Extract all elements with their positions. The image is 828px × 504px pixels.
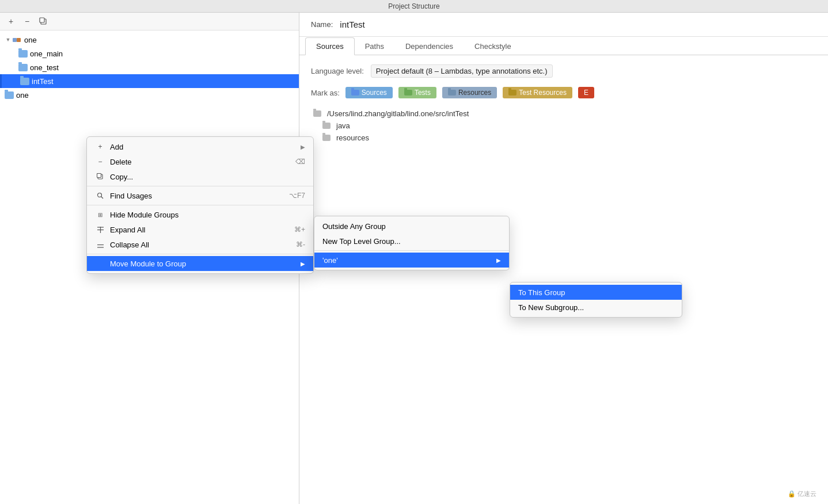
source-java-folder[interactable]: java: [311, 120, 816, 132]
sources-tree: /Users/lind.zhang/gitlab/lind.one/src/in…: [311, 108, 816, 144]
tree-label-one-test: one_test: [30, 63, 59, 72]
name-value: intTest: [340, 20, 364, 29]
add-icon: +: [95, 143, 105, 151]
menu-label-hide-module-groups: Hide Module Groups: [110, 211, 305, 219]
expand-all-shortcut: ⌘+: [294, 226, 305, 234]
submenu1-label-one: 'one': [322, 256, 496, 265]
svg-rect-3: [97, 173, 101, 177]
menu-item-find-usages[interactable]: Find Usages ⌥F7: [87, 188, 313, 203]
tab-checkstyle[interactable]: Checkstyle: [464, 37, 522, 55]
find-usages-icon: [95, 192, 105, 200]
title-bar-text: Project Structure: [388, 2, 439, 10]
submenu1-one-arrow-icon: ▶: [496, 257, 501, 264]
add-button[interactable]: +: [5, 15, 17, 28]
source-resources-folder[interactable]: resources: [311, 132, 816, 144]
mark-btn-excluded[interactable]: E: [578, 87, 594, 98]
watermark: 🔒 亿速云: [788, 490, 816, 498]
right-header: Name: intTest: [299, 13, 828, 37]
collapse-all-shortcut: ⌘-: [296, 240, 305, 249]
menu-label-copy: Copy...: [110, 173, 305, 181]
mark-resources-label: Resources: [458, 89, 491, 97]
tree-label-one-main: one_main: [30, 49, 63, 58]
add-arrow-icon: ▶: [301, 144, 305, 150]
submenu1-divider: [314, 250, 509, 251]
copy-button[interactable]: [37, 15, 50, 28]
tab-sources[interactable]: Sources: [305, 37, 355, 55]
submenu-move-module-to-group: Outside Any Group New Top Level Group...…: [314, 216, 510, 270]
mark-as-label: Mark as:: [311, 89, 340, 97]
delete-icon: −: [95, 158, 105, 166]
mark-excluded-label: E: [584, 89, 588, 97]
tab-dependencies[interactable]: Dependencies: [394, 37, 464, 55]
tree-item-one-group[interactable]: ▼ one: [0, 33, 299, 47]
menu-item-copy[interactable]: Copy...: [87, 169, 313, 184]
menu-label-find-usages: Find Usages: [110, 192, 272, 200]
tabs-bar: Sources Paths Dependencies Checkstyle: [299, 37, 828, 55]
mark-sources-label: Sources: [362, 89, 387, 97]
tree-label-one-group: one: [24, 36, 37, 44]
collapse-all-icon: [95, 241, 105, 249]
tree-item-one2[interactable]: one: [0, 88, 299, 102]
sources-content: Language level: Project default (8 – Lam…: [299, 55, 828, 153]
context-menu: + Add ▶ − Delete ⌫: [86, 136, 314, 274]
menu-divider-2: [87, 205, 313, 205]
mark-tests-label: Tests: [415, 89, 431, 97]
menu-divider-3: [87, 254, 313, 254]
language-level-row: Language level: Project default (8 – Lam…: [311, 64, 816, 78]
language-level-value: Project default (8 – Lambdas, type annot…: [371, 64, 553, 78]
source-root-path[interactable]: /Users/lind.zhang/gitlab/lind.one/src/in…: [311, 108, 816, 120]
svg-line-5: [101, 196, 103, 198]
delete-shortcut: ⌫: [295, 158, 305, 166]
menu-label-add: Add: [110, 143, 301, 151]
expand-all-icon: [95, 226, 105, 234]
mark-btn-tests[interactable]: Tests: [398, 87, 436, 98]
find-usages-shortcut: ⌥F7: [289, 192, 305, 200]
title-bar: Project Structure: [0, 0, 828, 13]
tree-item-one-main[interactable]: one_main: [0, 47, 299, 60]
mark-btn-resources[interactable]: Resources: [442, 87, 497, 98]
menu-item-expand-all[interactable]: Expand All ⌘+: [87, 222, 313, 237]
left-panel: + − ▼ one: [0, 13, 299, 504]
tab-paths[interactable]: Paths: [354, 37, 395, 55]
submenu1-item-new-top-level-group[interactable]: New Top Level Group...: [314, 234, 509, 249]
source-resources-label: resources: [336, 133, 369, 142]
submenu-one-group: To This Group To New Subgroup...: [510, 282, 682, 318]
language-level-label: Language level:: [311, 67, 364, 75]
submenu2-item-to-new-subgroup[interactable]: To New Subgroup...: [510, 300, 682, 315]
svg-point-4: [97, 193, 101, 197]
tree-label-one2: one: [16, 91, 29, 100]
menu-label-expand-all: Expand All: [110, 226, 277, 234]
menu-divider-1: [87, 186, 313, 186]
menu-item-add[interactable]: + Add ▶: [87, 139, 313, 154]
remove-button[interactable]: −: [21, 15, 33, 28]
tree-item-one-test[interactable]: one_test: [0, 60, 299, 74]
submenu2-label-to-this-group: To This Group: [518, 288, 674, 297]
mark-btn-test-resources[interactable]: Test Resources: [503, 87, 572, 98]
source-root-label: /Users/lind.zhang/gitlab/lind.one/src/in…: [327, 109, 469, 118]
mark-btn-sources[interactable]: Sources: [345, 87, 393, 98]
mark-testresources-label: Test Resources: [519, 89, 567, 97]
submenu1-item-one-group[interactable]: 'one' ▶: [314, 253, 509, 268]
submenu1-item-outside-any-group[interactable]: Outside Any Group: [314, 219, 509, 234]
menu-item-collapse-all[interactable]: Collapse All ⌘-: [87, 237, 313, 252]
submenu1-label-new-top: New Top Level Group...: [322, 237, 501, 246]
submenu2-item-to-this-group[interactable]: To This Group: [510, 285, 682, 300]
svg-rect-1: [40, 18, 44, 22]
menu-item-delete[interactable]: − Delete ⌫: [87, 154, 313, 169]
mark-as-row: Mark as: Sources Tests: [311, 87, 816, 98]
tree-item-inttest[interactable]: intTest: [0, 74, 299, 88]
toolbar: + −: [0, 13, 299, 30]
watermark-text: 亿速云: [797, 490, 816, 497]
hide-module-groups-icon: ⊞: [95, 212, 105, 218]
submenu2-label-to-new-subgroup: To New Subgroup...: [518, 303, 674, 312]
tree-arrow-one: ▼: [5, 36, 12, 43]
submenu1-label-outside: Outside Any Group: [322, 222, 501, 231]
menu-item-hide-module-groups[interactable]: ⊞ Hide Module Groups: [87, 207, 313, 222]
main-window: Project Structure + − ▼: [0, 0, 828, 504]
menu-item-move-module-to-group[interactable]: Move Module to Group ▶: [87, 256, 313, 271]
menu-label-collapse-all: Collapse All: [110, 240, 279, 249]
tree-label-inttest: intTest: [32, 77, 54, 86]
source-java-label: java: [336, 121, 350, 130]
watermark-icon: 🔒: [788, 490, 796, 497]
menu-label-delete: Delete: [110, 158, 278, 166]
